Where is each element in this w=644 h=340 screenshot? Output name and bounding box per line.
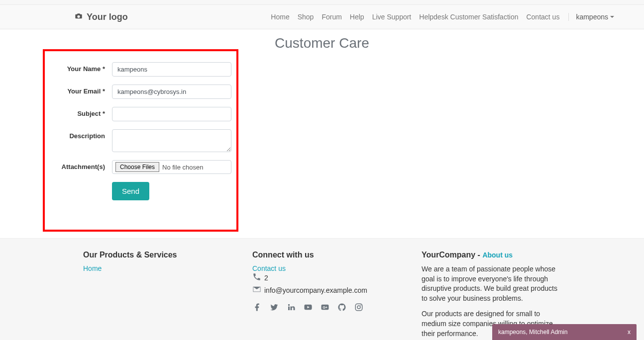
user-menu[interactable]: kampeons <box>568 13 614 21</box>
nav-contact[interactable]: Contact us <box>526 13 559 21</box>
nav-home[interactable]: Home <box>271 13 289 21</box>
main-header: Your logo Home Shop Forum Help Live Supp… <box>0 5 644 29</box>
user-name: kampeons <box>576 13 608 21</box>
main-nav: Home Shop Forum Help Live Support Helpde… <box>271 13 614 21</box>
nav-shop[interactable]: Shop <box>298 13 314 21</box>
logo-text: Your logo <box>87 12 128 22</box>
nav-forum[interactable]: Forum <box>322 13 341 21</box>
nav-help[interactable]: Help <box>350 13 364 21</box>
logo[interactable]: Your logo <box>75 12 128 22</box>
caret-down-icon <box>610 16 614 18</box>
nav-live-support[interactable]: Live Support <box>372 13 412 21</box>
camera-icon <box>75 12 83 22</box>
page-title: Customer Care <box>0 35 644 51</box>
nav-helpdesk[interactable]: Helpdesk Customer Satisfaction <box>419 13 518 21</box>
